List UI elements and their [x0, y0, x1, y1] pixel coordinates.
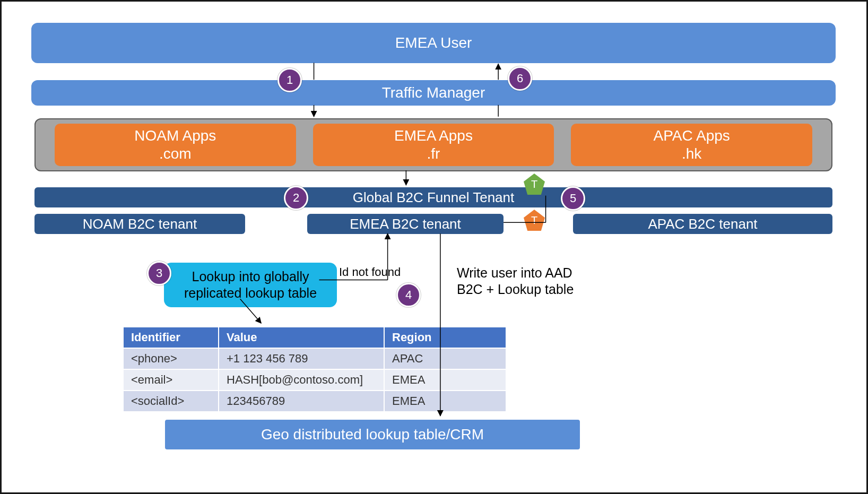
token-green-pentagon: T: [524, 174, 545, 195]
step-4-num: 4: [405, 288, 412, 302]
lookup-box-label: Lookup into globally replicated lookup t…: [184, 268, 317, 302]
apac-apps-line2: .hk: [682, 145, 701, 163]
geo-lookup-bar: Geo distributed lookup table/CRM: [165, 420, 580, 449]
apps-container: NOAM Apps .com EMEA Apps .fr APAC Apps .…: [34, 118, 832, 171]
step-2-badge: 2: [284, 186, 308, 210]
id-not-found-label: Id not found: [339, 265, 401, 280]
traffic-manager-label: Traffic Manager: [382, 84, 485, 101]
step-2-num: 2: [293, 191, 299, 205]
write-user-label: Write user into AAD B2C + Lookup table: [457, 265, 574, 298]
step-3-badge: 3: [147, 261, 171, 285]
emea-apps-box: EMEA Apps .fr: [313, 124, 554, 166]
noam-apps-line2: .com: [159, 145, 192, 163]
step-4-badge: 4: [396, 283, 421, 307]
token-orange-pentagon: T: [524, 210, 545, 231]
step-3-num: 3: [156, 266, 162, 280]
col-identifier: Identifier: [123, 327, 219, 348]
noam-apps-box: NOAM Apps .com: [55, 124, 296, 166]
apac-apps-line1: APAC Apps: [654, 127, 730, 145]
step-6-num: 6: [517, 72, 523, 85]
step-1-num: 1: [287, 73, 293, 87]
lookup-box: Lookup into globally replicated lookup t…: [164, 263, 337, 307]
step-1-badge: 1: [277, 68, 302, 92]
global-funnel-bar: Global B2C Funnel Tenant: [34, 187, 832, 207]
apac-tenant-label: APAC B2C tenant: [648, 216, 757, 232]
token-orange-label: T: [531, 214, 537, 227]
emea-tenant-label: EMEA B2C tenant: [350, 216, 461, 232]
emea-user-bar: EMEA User: [31, 23, 836, 63]
table-row: <socialId> 123456789 EMEA: [123, 391, 506, 412]
apac-apps-box: APAC Apps .hk: [571, 124, 812, 166]
traffic-manager-bar: Traffic Manager: [31, 80, 836, 106]
noam-tenant-bar: NOAM B2C tenant: [34, 214, 245, 234]
apac-tenant-bar: APAC B2C tenant: [573, 214, 832, 234]
table-row: <phone> +1 123 456 789 APAC: [123, 348, 506, 369]
token-green-label: T: [531, 178, 537, 190]
col-region: Region: [384, 327, 506, 348]
emea-tenant-bar: EMEA B2C tenant: [307, 214, 504, 234]
emea-apps-line1: EMEA Apps: [394, 127, 473, 145]
noam-apps-line1: NOAM Apps: [134, 127, 216, 145]
step-6-badge: 6: [508, 66, 532, 91]
lookup-table: Identifier Value Region <phone> +1 123 4…: [123, 326, 507, 412]
noam-tenant-label: NOAM B2C tenant: [83, 216, 197, 232]
table-row: <email> HASH[bob@contoso.com] EMEA: [123, 369, 506, 391]
step-5-num: 5: [570, 192, 576, 205]
global-funnel-label: Global B2C Funnel Tenant: [353, 189, 515, 206]
col-value: Value: [219, 327, 384, 348]
emea-apps-line2: .fr: [427, 145, 440, 163]
emea-user-label: EMEA User: [395, 34, 472, 51]
step-5-badge: 5: [561, 186, 585, 211]
lookup-table-container: Identifier Value Region <phone> +1 123 4…: [123, 326, 507, 412]
geo-lookup-label: Geo distributed lookup table/CRM: [261, 426, 484, 443]
